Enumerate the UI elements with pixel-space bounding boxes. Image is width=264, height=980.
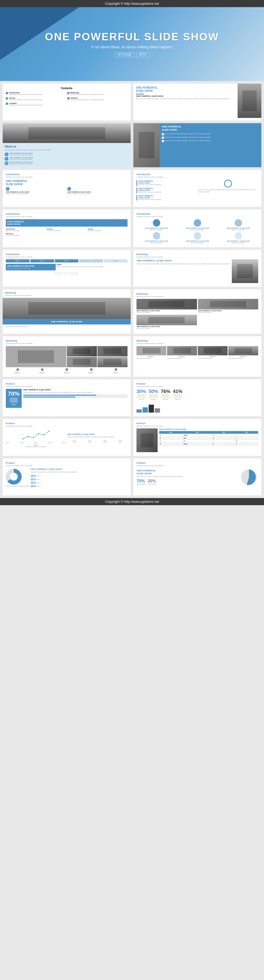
product-line-content: Year 1 Year 2 Year 3 Year 4 Year 5 DATA … (6, 428, 128, 448)
blue-panel-items: Type your text as make as possible. Type… (162, 133, 259, 142)
4photos-item-4: Photo 4 Type text as possible. (228, 346, 258, 360)
slide-powerful-blue-panel: ONE POWERFULSLIDE SHOW Type your text as… (133, 123, 261, 167)
marketing-left: ONE POWERFUL SLIDE SHOW Type your text a… (136, 259, 230, 283)
service-label: Service (9, 97, 43, 99)
step-1: STEP 1 (6, 259, 30, 262)
product-70-content: 70% 30% ONE POWERFUL SLIDE SHOW Type you… (6, 389, 128, 408)
4photo-text-3: Type text as possible. (198, 358, 227, 360)
intro-item-c: ONE POWERFULSLIDE SHOW Type your text as… (136, 195, 197, 201)
marketing-img-item-2: ONE POWERFUL SLIDE SHOW Type text as pos… (198, 299, 258, 313)
stat-41-stars: ★★★★★ (173, 396, 182, 398)
marketing-city-image (232, 259, 258, 283)
slide-marketing-4photos: Marketing Somebody indicates as many as … (133, 336, 261, 377)
donut-pct-label-4: Year 4 (37, 485, 41, 487)
circle-item-6: ONE POWERFUL SLIDE SHOW Type text as pos… (218, 232, 258, 244)
intro-icons-title: Introduction (6, 213, 128, 215)
hero-subtitle: It not about ideas, its about making ide… (45, 45, 219, 49)
photo5-img-4 (67, 357, 97, 367)
hero-tags: PPTSTORE PPTIT (45, 52, 219, 57)
stat-76-val: 76% (161, 389, 170, 395)
marketing-3imgs-title: Marketing (136, 293, 258, 295)
circle-5 (194, 232, 201, 240)
4photos-title: Marketing (136, 339, 258, 342)
table-area: ONE POWERFUL SLIDE SHOW Item 30% 40% 50%… (159, 428, 258, 452)
table-title: ONE POWERFUL SLIDE SHOW (159, 428, 258, 430)
urban-image (133, 123, 160, 167)
pl-text-3: Photo 3 (55, 372, 78, 374)
intro-search-subtitle: Somebody indicates as many as possible. (136, 176, 258, 178)
intro-grid-item-1: ★ ONE POWERFUL SLIDE SHOW Type your text… (6, 187, 66, 195)
slides-container: Contents Introduction Somebody indicates… (0, 81, 264, 498)
contents-title: Contents (6, 87, 128, 90)
intro-item-c-title: ONE POWERFULSLIDE SHOW (138, 195, 197, 199)
stat-41-text: Type text. (173, 398, 182, 400)
lc-title: ONE POWERFUL SLIDE SHOW (67, 433, 128, 435)
photo-label-3: 3 Photo 3 (55, 368, 78, 374)
pl-text-4: Photo 4 (80, 372, 103, 374)
td-1-2: ★★★ (182, 434, 212, 437)
stat-76: 76% ONE WORLD ★★★★★ Type text. (161, 389, 170, 400)
intro-icon-text-2: Type text as possible. (47, 230, 86, 232)
donut-pct-label-2: Year 2 (37, 479, 41, 480)
td-1-1: A (159, 434, 183, 437)
product-line-subtitle: Somebody indicates as many as possible. (6, 425, 128, 427)
intro-grid-text-2: Type your text as make as possible. (67, 193, 128, 195)
pie-30-label: ONE WORLD (147, 484, 157, 486)
pl-icon-5: 5 (115, 368, 117, 371)
steps-box-title: ONE POWERFUL SLIDE SHOW (7, 265, 54, 267)
product-table-subtitle: Somebody indicates as many as possible. (136, 425, 258, 427)
intro-icon-item-3: Service Type text as possible. (88, 228, 128, 232)
about-item-text-1: Type your text as make as possible. (10, 154, 33, 156)
data-table: Item 30% 40% 50% A ★★★ ● ✓ (159, 431, 258, 445)
pie-70-label: ONE WORLD (136, 484, 146, 486)
steps-row: STEP 1 STEP 2 STEP 3 STEP 4 STEP 5 (6, 259, 128, 262)
marketing-img-text-1: Type text as possible. (136, 312, 197, 313)
donut-title-text: ONE POWERFUL SLIDE SHOW (30, 468, 128, 470)
top-copyright-banner: Copyright © http://www.pptstore.net (0, 0, 264, 7)
photo5-labels: 1 Photo 1 2 Photo 2 3 Photo 3 4 Photo 4 … (6, 368, 128, 374)
circle-3 (235, 219, 242, 227)
pie-70: 70% ONE WORLD (136, 479, 146, 486)
stat-50: 50% ONE WORLD ★★★★★ Type text. (149, 389, 158, 400)
stat-30-val: 30% (136, 389, 146, 395)
photo5-img-main (6, 346, 66, 367)
circle-text-5: Type text as possible. (178, 242, 217, 244)
slide-product-line: Product Somebody indicates as many as po… (3, 419, 131, 456)
pbar-1 (23, 395, 128, 396)
product-70-right-title: ONE POWERFUL SLIDE SHOW (23, 389, 128, 391)
td-2-2: ★★ (182, 437, 212, 440)
hero-title: ONE POWERFUL SLIDE SHOW (45, 31, 219, 43)
slide-marketing-photo5: Marketing Somebody indicates as many as … (3, 336, 131, 377)
td-3-3: ○ (212, 440, 235, 443)
bottom-copyright-text: Copyright © http://www.pptstore.net (105, 500, 159, 504)
pbar-fill-2 (23, 396, 75, 398)
search-right-text: Type your text as make as possible. Type… (198, 189, 258, 193)
photo-label-4: 4 Photo 4 (80, 368, 103, 374)
marketing-big-image (3, 298, 131, 319)
product-line-title: Product (6, 422, 128, 425)
intro-powerful-title: ONE POWERFULSLIDE SHOW (6, 180, 128, 186)
stat-30: 30% ONE WORLD ★★★★★ Type text. (136, 389, 146, 400)
blue-item-text-2: Type your text as make as possible. Type… (165, 136, 211, 139)
svg-point-2 (33, 437, 34, 438)
blue-item-text-3: Type your text as make as possible. Type… (165, 140, 211, 142)
photo-label-2: 2 Photo 2 (30, 368, 54, 374)
contents-service-text: Service Somebody indicates as much as po… (9, 97, 43, 100)
year-3: Year 3 (34, 442, 38, 444)
about-icon-2: ● (5, 157, 8, 161)
donut-pct-label-1: Year 1 (37, 475, 41, 477)
intro-circles-title: Introduction (136, 213, 258, 215)
about-title: About us (5, 145, 128, 148)
step-4: STEP 4 (79, 259, 103, 262)
intro-icon-item-1: Introduction Type text as possible. (6, 228, 46, 232)
product-pie-content: ONE POWERFULSLIDE SHOW Type your text as… (136, 468, 258, 487)
slide-intro-search: Introduction Somebody indicates as many … (133, 170, 261, 207)
marketing-img-item-1: ONE POWERFUL SLIDE SHOW Type text as pos… (136, 299, 197, 313)
yr2: 35%Year 2 (83, 440, 97, 443)
intro-circles-grid: ONE POWERFUL SLIDE SHOW Type text as pos… (136, 219, 258, 244)
stat-76-stars: ★★★★★ (161, 396, 170, 398)
marketing-label: Marketing (70, 92, 104, 94)
bar-4 (155, 408, 160, 412)
product-bars-title: Product (136, 382, 258, 385)
marketing-desc: Somebody indicates as much as possible, … (70, 94, 104, 95)
